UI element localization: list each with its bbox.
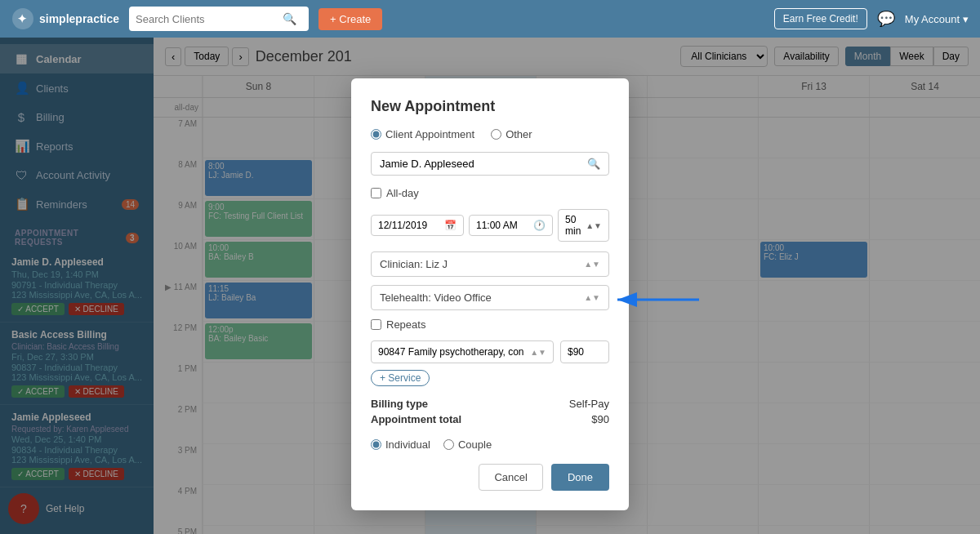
date-field[interactable] xyxy=(378,220,440,231)
date-input[interactable]: 📅 xyxy=(371,215,464,236)
logo-text: simplepractice xyxy=(39,12,119,25)
my-account-label: My Account xyxy=(905,13,960,25)
modal-actions: Cancel Done xyxy=(371,464,609,491)
billing-info: Billing type Self-Pay Appointment total … xyxy=(371,396,609,427)
client-appointment-radio[interactable]: Client Appointment xyxy=(371,128,474,140)
couple-radio[interactable]: Couple xyxy=(443,438,492,451)
messages-icon[interactable]: 💬 xyxy=(877,10,895,28)
price-input[interactable] xyxy=(560,340,609,363)
price-field[interactable] xyxy=(568,346,600,358)
search-bar[interactable]: 🔍 xyxy=(129,7,309,31)
allday-label: All-day xyxy=(386,187,419,199)
client-search-input[interactable] xyxy=(380,158,587,170)
repeats-checkbox[interactable] xyxy=(371,319,381,330)
logo: ✦ simplepractice xyxy=(11,7,119,30)
appt-total-value: $90 xyxy=(591,413,609,425)
duration-select[interactable]: 50 min ▲▼ xyxy=(558,209,609,242)
individual-radio[interactable]: Individual xyxy=(371,438,430,451)
chevron-icon: ▲▼ xyxy=(586,221,602,230)
earn-credit-button[interactable]: Earn Free Credit! xyxy=(774,8,867,29)
cancel-button[interactable]: Cancel xyxy=(479,464,542,491)
client-search-box[interactable]: 🔍 xyxy=(371,152,609,176)
modal-overlay[interactable]: New Appointment Client Appointment Other… xyxy=(0,38,980,534)
time-input[interactable]: 🕐 xyxy=(469,215,553,236)
service-value: 90847 Family psychotherapy, con xyxy=(378,346,524,358)
appt-total-label: Appointment total xyxy=(371,413,461,425)
svg-text:✦: ✦ xyxy=(17,12,27,25)
search-icon: 🔍 xyxy=(587,158,600,170)
other-input[interactable] xyxy=(491,129,501,140)
service-row: 90847 Family psychotherapy, con ▲▼ xyxy=(371,340,609,363)
chevron-updown-icon: ▲▼ xyxy=(584,260,600,269)
modal-title: New Appointment xyxy=(371,98,609,115)
arrow-annotation xyxy=(613,288,703,311)
chevron-updown-icon: ▲▼ xyxy=(530,348,546,357)
client-appointment-input[interactable] xyxy=(371,129,381,140)
repeats-label: Repeats xyxy=(386,318,425,331)
billing-type-row: Billing type Self-Pay xyxy=(371,396,609,412)
calendar-icon: 📅 xyxy=(444,220,457,231)
service-select[interactable]: 90847 Family psychotherapy, con ▲▼ xyxy=(371,340,554,363)
repeats-row: Repeats xyxy=(371,318,609,331)
session-type-row: Individual Couple xyxy=(371,438,609,451)
create-button[interactable]: + Create xyxy=(318,8,382,30)
allday-checkbox[interactable] xyxy=(371,188,381,198)
duration-value: 50 min xyxy=(565,214,582,237)
billing-type-value: Self-Pay xyxy=(569,398,609,410)
appointment-type-group: Client Appointment Other xyxy=(371,128,609,140)
allday-row: All-day xyxy=(371,187,609,199)
date-time-row: 📅 🕐 50 min ▲▼ xyxy=(371,209,609,242)
billing-type-label: Billing type xyxy=(371,398,428,410)
done-button[interactable]: Done xyxy=(551,464,609,491)
chevron-updown-icon: ▲▼ xyxy=(584,293,600,302)
clinician-select-row[interactable]: Clinician: Liz J ▲▼ xyxy=(371,251,609,277)
top-navigation: ✦ simplepractice 🔍 + Create Earn Free Cr… xyxy=(0,0,980,38)
time-field[interactable] xyxy=(476,220,529,231)
clinician-value: Clinician: Liz J xyxy=(380,258,448,270)
search-icon: 🔍 xyxy=(283,12,296,25)
clock-icon: 🕐 xyxy=(533,220,546,231)
couple-input[interactable] xyxy=(443,439,454,450)
new-appointment-modal: New Appointment Client Appointment Other… xyxy=(351,78,629,510)
chevron-down-icon: ▾ xyxy=(963,13,969,25)
appt-total-row: Appointment total $90 xyxy=(371,412,609,427)
location-value: Telehealth: Video Office xyxy=(380,291,492,304)
other-radio[interactable]: Other xyxy=(491,128,532,140)
individual-input[interactable] xyxy=(371,439,381,450)
add-service-button[interactable]: + Service xyxy=(371,370,430,386)
location-select-row[interactable]: Telehealth: Video Office ▲▼ xyxy=(371,285,609,310)
my-account-button[interactable]: My Account ▾ xyxy=(905,13,969,25)
search-input[interactable] xyxy=(136,13,283,25)
